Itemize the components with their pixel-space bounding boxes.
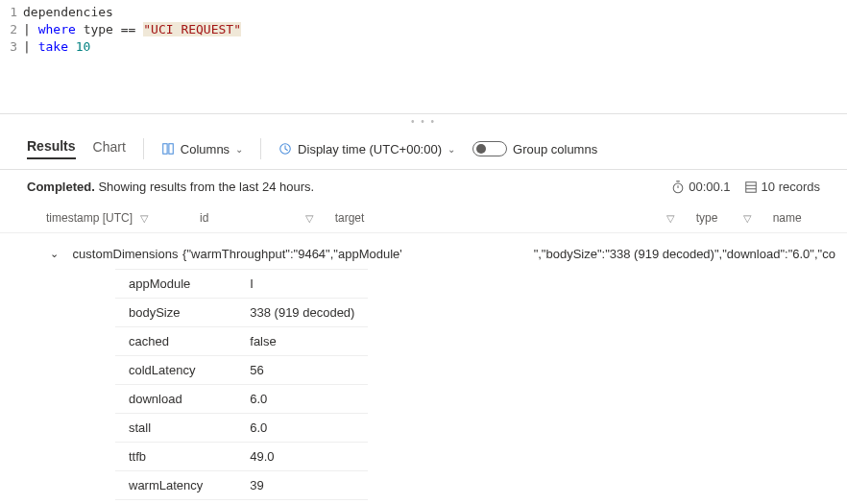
kv-key: cached — [115, 327, 236, 356]
row-header[interactable]: ⌄ customDimensions {"warmThroughput":"94… — [0, 239, 847, 269]
status-message: Completed. Showing results from the last… — [27, 180, 314, 194]
expand-chevron-icon[interactable]: ⌄ — [46, 248, 63, 260]
kv-value: 39 — [236, 471, 368, 500]
kv-value: false — [236, 327, 368, 356]
tab-chart[interactable]: Chart — [93, 139, 126, 158]
svg-rect-4 — [745, 181, 756, 192]
clock-icon — [278, 142, 292, 156]
row-value-right: ","bodySize":"338 (919 decoded)","downlo… — [534, 247, 835, 261]
kv-key: bodySize — [115, 299, 236, 327]
columns-button[interactable]: Columns ⌄ — [161, 142, 243, 156]
kv-value: 9464 — [236, 500, 368, 505]
filter-icon[interactable] — [140, 211, 148, 225]
kv-key: download — [115, 385, 236, 414]
kv-row: warmLatency39 — [115, 471, 368, 500]
kv-row: coldLatency56 — [115, 356, 368, 385]
kv-row: ttfb49.0 — [115, 443, 368, 471]
elapsed-time: 00:00.1 — [671, 180, 730, 194]
display-time-button[interactable]: Display time (UTC+00:00) ⌄ — [278, 142, 455, 156]
stopwatch-icon — [671, 180, 685, 194]
svg-rect-1 — [169, 144, 173, 155]
kv-value: I — [236, 270, 368, 299]
col-timestamp[interactable]: timestamp [UTC] — [46, 211, 133, 225]
kv-value: 6.0 — [236, 385, 368, 414]
status-bar: Completed. Showing results from the last… — [0, 170, 847, 204]
code-line-2: 2 | where type == "UCI REQUEST" — [0, 21, 847, 38]
kv-row: warmThroughput9464 — [115, 500, 368, 505]
chevron-down-icon: ⌄ — [235, 144, 243, 155]
col-name[interactable]: name — [773, 211, 802, 225]
kv-value: 56 — [236, 356, 368, 385]
line-number: 2 — [0, 21, 23, 38]
line-number: 3 — [0, 38, 23, 56]
kv-value: 6.0 — [236, 414, 368, 443]
col-id[interactable]: id — [200, 211, 208, 225]
display-time-label: Display time (UTC+00:00) — [298, 142, 442, 156]
kv-key: coldLatency — [115, 356, 236, 385]
kv-key: warmThroughput — [115, 500, 236, 505]
divider — [143, 138, 144, 159]
record-count: 10 records — [744, 180, 820, 194]
filter-icon[interactable] — [743, 211, 751, 225]
kv-row: download6.0 — [115, 385, 368, 414]
kv-key: ttfb — [115, 443, 236, 471]
kv-row: appModuleI — [115, 270, 368, 299]
col-target[interactable]: target — [335, 211, 365, 225]
code-line-3: 3 | take 10 — [0, 38, 847, 56]
filter-icon[interactable] — [305, 211, 313, 225]
chevron-down-icon: ⌄ — [448, 144, 455, 155]
group-columns-label: Group columns — [513, 142, 597, 156]
line-number: 1 — [0, 4, 23, 21]
columns-icon — [161, 142, 175, 156]
kv-key: appModule — [115, 270, 236, 299]
group-columns-toggle[interactable]: Group columns — [472, 141, 597, 156]
column-headers: timestamp [UTC] id target type name — [0, 204, 847, 233]
kv-row: cachedfalse — [115, 327, 368, 356]
kv-row: bodySize338 (919 decoded) — [115, 299, 368, 327]
query-editor[interactable]: 1 dependencies 2 | where type == "UCI RE… — [0, 0, 847, 114]
row-key: customDimensions — [63, 247, 183, 261]
kv-value: 49.0 — [236, 443, 368, 471]
kv-key: warmLatency — [115, 471, 236, 500]
results-toolbar: Results Chart Columns ⌄ Display time (UT… — [0, 129, 847, 170]
svg-rect-0 — [163, 144, 167, 155]
divider — [260, 138, 261, 159]
kv-value: 338 (919 decoded) — [236, 299, 368, 327]
resize-handle-icon[interactable]: • • • — [0, 114, 847, 129]
code-line-1: 1 dependencies — [0, 4, 847, 21]
custom-dimensions-table: appModuleIbodySize338 (919 decoded)cache… — [115, 269, 368, 504]
table-row: ⌄ customDimensions {"warmThroughput":"94… — [0, 233, 847, 504]
col-type[interactable]: type — [696, 211, 718, 225]
records-icon — [744, 180, 758, 194]
kv-row: stall6.0 — [115, 414, 368, 443]
kv-key: stall — [115, 414, 236, 443]
filter-icon[interactable] — [666, 211, 674, 225]
toggle-switch[interactable] — [472, 141, 507, 156]
row-value-left: {"warmThroughput":"9464","appModule":"I — [182, 247, 402, 261]
tab-results[interactable]: Results — [27, 138, 76, 159]
columns-label: Columns — [181, 142, 230, 156]
